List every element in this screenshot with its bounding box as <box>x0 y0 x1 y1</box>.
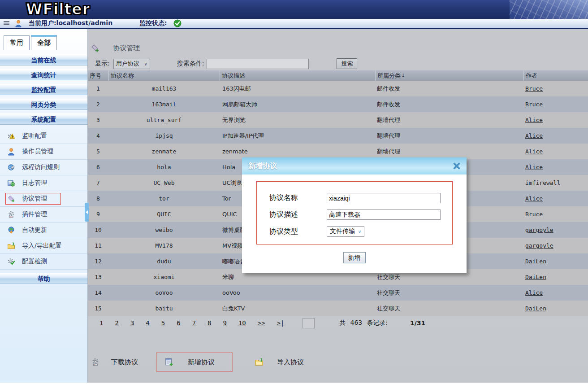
author-link[interactable]: gargoyle <box>523 242 588 249</box>
protocol-tag-icon <box>91 44 99 52</box>
sidebar-item-protocol-mgmt[interactable]: 协议管理 <box>0 191 87 207</box>
table-row[interactable]: 14ooVooooVoo社交聊天Alice <box>88 285 588 301</box>
add-protocol-link[interactable]: 新增协议 <box>188 358 215 367</box>
show-label: 显示: <box>95 60 110 68</box>
author-link[interactable]: Bruce <box>523 101 588 108</box>
page-link[interactable]: 7 <box>192 319 196 327</box>
protocol-desc-label: 协议描述 <box>269 210 327 219</box>
author-link[interactable]: Bruce <box>523 85 588 92</box>
col-header-name[interactable]: 协议名称 <box>108 70 220 81</box>
tab-common[interactable]: 常用 <box>4 35 30 50</box>
monitor-status-label: 监控状态: <box>139 19 167 27</box>
sidebar-item-label: 日志管理 <box>22 179 47 187</box>
author-link[interactable]: DaiLen <box>523 274 588 280</box>
col-header-author[interactable]: 作者 <box>523 70 588 81</box>
modal-title: 新增协议 <box>248 161 277 171</box>
remote-globe-icon <box>7 163 15 171</box>
col-header-num[interactable]: 序号 <box>88 70 108 81</box>
page-link[interactable]: 4 <box>146 319 149 327</box>
search-input[interactable] <box>207 59 309 69</box>
protocol-type-filter-select[interactable]: 用户协议 ∨ <box>113 59 150 69</box>
modal-title-bar: 新增协议 <box>242 157 467 175</box>
author-link[interactable]: Alice <box>523 289 588 296</box>
sidebar-help-button[interactable]: 帮助 <box>0 273 87 284</box>
page-link[interactable]: 9 <box>223 319 227 327</box>
protocol-desc-input[interactable] <box>327 209 441 220</box>
config-check-icon <box>7 257 15 266</box>
page-link[interactable]: 5 <box>161 319 165 327</box>
table-row[interactable]: 4ipjsqIP加速器/IP代理翻墙代理Alice <box>88 128 588 144</box>
table-row[interactable]: 3ultra_surf无界浏览翻墙代理Alice <box>88 112 588 128</box>
author-link[interactable]: Alice <box>523 117 588 123</box>
log-icon <box>7 179 15 187</box>
author-link[interactable]: Alice <box>523 195 588 202</box>
filter-bar: 显示: 用户协议 ∨ 搜索条件: 搜索 <box>88 57 588 70</box>
sidebar-item-auto-update[interactable]: 自动更新 <box>0 223 87 238</box>
author-link[interactable]: DaiLen <box>523 305 588 312</box>
sidebar-item-label: 协议管理 <box>22 195 47 203</box>
page-indicator: 1/31 <box>410 319 425 327</box>
page-title: 协议管理 <box>113 44 140 52</box>
import-protocol-folder-icon <box>255 358 264 367</box>
download-protocol-link[interactable]: 下载协议 <box>111 358 138 367</box>
close-icon[interactable] <box>453 162 460 170</box>
page-jump-input[interactable] <box>303 318 315 328</box>
operator-icon <box>7 148 15 156</box>
author-link[interactable]: Alice <box>523 164 588 170</box>
page-link[interactable]: 8 <box>208 319 211 327</box>
sidebar-group-online[interactable]: 当前在线 <box>0 54 87 65</box>
author-link[interactable]: Alice <box>523 132 588 139</box>
protocol-name-input[interactable] <box>327 193 441 203</box>
tab-all[interactable]: 全部 <box>31 35 57 50</box>
author-link[interactable]: DaiLen <box>523 258 588 265</box>
sidebar-item-label: 插件管理 <box>22 210 47 218</box>
update-globe-icon <box>7 226 15 234</box>
col-header-category[interactable]: 所属分类↓ <box>375 70 523 81</box>
sidebar-item-operator-mgmt[interactable]: 操作员管理 <box>0 144 87 160</box>
sidebar-group-monitor-config[interactable]: 监控配置 <box>0 84 87 95</box>
table-row[interactable]: 15baitu白兔KTV社交聊天DaiLen <box>88 301 588 316</box>
sidebar-item-label: 操作员管理 <box>22 148 53 156</box>
import-protocol-link[interactable]: 导入协议 <box>277 358 304 367</box>
page-link[interactable]: 3 <box>130 319 134 327</box>
sidebar-collapse-handle[interactable] <box>85 203 89 222</box>
user-avatar-icon <box>14 19 22 27</box>
sidebar-group-query-stats[interactable]: 查询统计 <box>0 69 87 80</box>
download-gear-icon <box>91 358 100 367</box>
page-next-icon[interactable]: >> <box>258 319 265 327</box>
chevron-left-icon <box>86 210 88 214</box>
table-row[interactable]: 1mail163163闪电邮邮件收发Bruce <box>88 81 588 96</box>
search-condition-label: 搜索条件: <box>177 60 204 68</box>
page-link[interactable]: 6 <box>177 319 180 327</box>
author-link[interactable]: gargoyle <box>523 227 588 233</box>
current-user-label: 当前用户:localhost/admin <box>29 19 112 27</box>
sidebar-item-log-mgmt[interactable]: 日志管理 <box>0 175 87 191</box>
page-link[interactable]: 10 <box>238 319 246 327</box>
hamburger-icon[interactable] <box>3 19 11 27</box>
sidebar-group-system-config[interactable]: 系统配置 <box>0 113 87 125</box>
table-row[interactable]: 5zenmatezenmate翻墙代理Alice <box>88 144 588 159</box>
chevron-down-icon: ∨ <box>358 229 361 234</box>
main-content: 协议管理 显示: 用户协议 ∨ 搜索条件: 搜索 序号 协议名称 协议描述 所属… <box>88 29 588 383</box>
sidebar-item-config-check[interactable]: 配置检测 <box>0 254 87 270</box>
modal-submit-button[interactable]: 新增 <box>343 252 366 263</box>
page-last-icon[interactable]: >| <box>277 319 285 327</box>
protocol-tag-icon <box>7 195 15 203</box>
sidebar-item-listen-config[interactable]: 监听配置 <box>0 128 87 144</box>
table-row[interactable]: 2163mail网易邮箱大师邮件收发Bruce <box>88 96 588 112</box>
sidebar-item-import-export-config[interactable]: 导入/导出配置 <box>0 238 87 254</box>
protocol-type-label: 协议类型 <box>269 227 327 236</box>
search-button[interactable]: 搜索 <box>337 58 357 69</box>
page-current: 1 <box>99 319 103 327</box>
sidebar-item-remote-access-rules[interactable]: 远程访问规则 <box>0 160 87 175</box>
protocol-type-select[interactable]: 文件传输 ∨ <box>327 226 364 237</box>
sidebar-group-web-category[interactable]: 网页分类 <box>0 99 87 110</box>
bottom-actions: 下载协议 新增协议 导入协议 <box>88 351 304 373</box>
page-link[interactable]: 2 <box>115 319 118 327</box>
sidebar-item-plugin-mgmt[interactable]: 插件管理 <box>0 207 87 223</box>
app-header: WFilter <box>0 0 588 19</box>
sidebar-tabs: 常用 全部 <box>0 29 87 50</box>
record-total: 共 463 条记录: <box>340 319 388 327</box>
col-header-desc[interactable]: 协议描述 <box>220 70 375 81</box>
author-link[interactable]: Alice <box>523 148 588 155</box>
